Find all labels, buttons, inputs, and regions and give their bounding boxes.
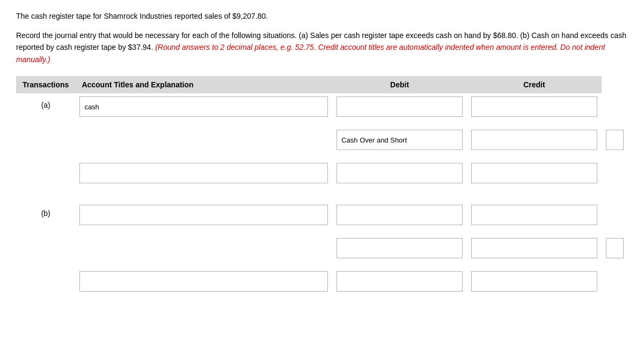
debit-cell-0-2 — [332, 160, 467, 187]
account-input-0-0[interactable] — [79, 96, 328, 117]
instructions-text: Record the journal entry that would be n… — [16, 29, 628, 65]
header-credit: Credit — [467, 76, 602, 93]
debit-cell-1-1 — [467, 235, 602, 262]
debit-input-1-2[interactable] — [336, 271, 463, 292]
debit-input-1-0[interactable] — [336, 205, 463, 225]
debit-cell-0-0 — [332, 93, 467, 120]
credit-cell-1-0 — [467, 202, 602, 228]
transaction-label-1 — [75, 235, 332, 262]
spacer-row — [16, 153, 628, 160]
journal-table: Transactions Account Titles and Explanat… — [16, 76, 628, 301]
credit-input-0-1[interactable] — [606, 130, 624, 150]
account-input-1-2[interactable] — [79, 271, 328, 292]
credit-cell-1-1 — [602, 235, 628, 262]
debit-input-0-2[interactable] — [336, 163, 463, 183]
debit-cell-1-0 — [332, 202, 467, 228]
table-row — [16, 126, 628, 153]
transaction-label-0 — [75, 126, 332, 153]
header-account: Account Titles and Explanation — [75, 76, 332, 93]
table-row — [16, 235, 628, 262]
header-transactions: Transactions — [16, 76, 75, 93]
debit-cell-0-1 — [467, 126, 602, 153]
account-input-1-0[interactable] — [79, 205, 328, 225]
transaction-label-0 — [16, 160, 75, 187]
credit-input-1-1[interactable] — [606, 238, 624, 258]
account-input-1-1[interactable] — [336, 238, 463, 258]
transaction-label-1 — [16, 268, 75, 295]
intro-line1: The cash register tape for Shamrock Indu… — [16, 11, 628, 22]
table-row — [16, 160, 628, 187]
credit-input-1-2[interactable] — [471, 271, 597, 292]
debit-cell-1-2 — [332, 268, 467, 295]
table-row: (a) — [16, 93, 628, 120]
credit-input-1-0[interactable] — [471, 205, 597, 225]
account-cell-1-1 — [332, 235, 467, 262]
spacer-row — [16, 228, 628, 235]
account-input-0-1[interactable] — [336, 130, 463, 150]
account-input-0-2[interactable] — [79, 163, 328, 183]
account-cell-0-0 — [75, 93, 332, 120]
table-row: (b) — [16, 202, 628, 228]
credit-cell-0-0 — [467, 93, 602, 120]
account-cell-1-0 — [75, 202, 332, 228]
spacer-row — [16, 262, 628, 268]
spacer-row — [16, 187, 628, 193]
transaction-label-0: (a) — [16, 93, 75, 153]
credit-cell-1-2 — [467, 268, 602, 295]
spacer-row — [16, 120, 628, 126]
credit-input-0-2[interactable] — [471, 163, 597, 183]
credit-cell-0-1 — [602, 126, 628, 153]
section-spacer — [16, 193, 628, 202]
debit-input-1-1[interactable] — [471, 238, 597, 258]
debit-input-0-0[interactable] — [336, 96, 463, 117]
header-debit: Debit — [332, 76, 467, 93]
account-cell-0-1 — [332, 126, 467, 153]
credit-cell-0-2 — [467, 160, 602, 187]
spacer-row — [16, 295, 628, 301]
account-cell-1-2 — [75, 268, 332, 295]
credit-input-0-0[interactable] — [471, 96, 597, 117]
transaction-label-1: (b) — [16, 202, 75, 262]
account-cell-0-2 — [75, 160, 332, 187]
debit-input-0-1[interactable] — [471, 130, 597, 150]
table-row — [16, 268, 628, 295]
